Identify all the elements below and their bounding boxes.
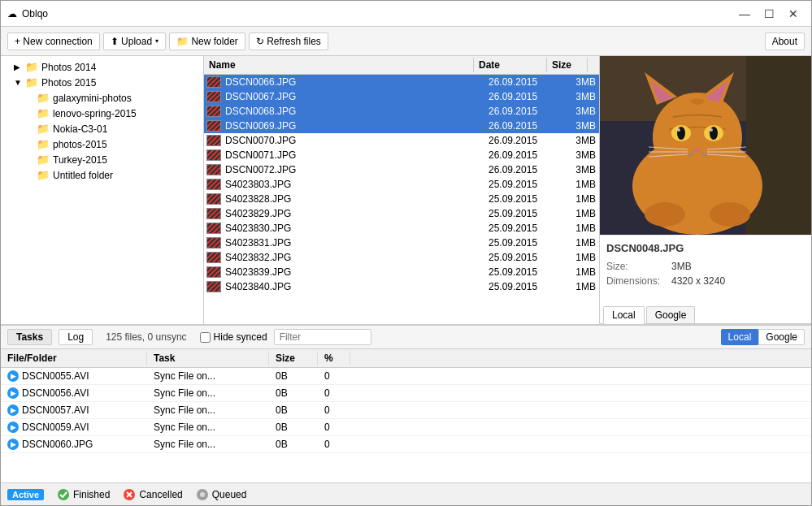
hide-synced-label: Hide synced [214,331,267,343]
column-header-date[interactable]: Date [474,58,547,72]
close-button[interactable]: ✕ [782,5,805,23]
sidebar-item-photos2014[interactable]: ▶ 📁 Photos 2014 [1,59,203,75]
file-thumbnail [206,280,222,293]
svg-point-24 [58,489,69,500]
file-size: 3MB [558,76,599,88]
folder-icon: 📁 [37,107,50,119]
preview-area: DSCN0048.JPG Size: 3MB Dimensions: 4320 … [600,56,811,324]
minimize-button[interactable]: — [733,5,756,23]
column-header-size[interactable]: Size [547,58,588,72]
tab-tasks[interactable]: Tasks [7,329,52,345]
sidebar-item-nokia[interactable]: 📁 Nokia-C3-01 [1,121,203,136]
task-action: Sync File on... [147,438,269,451]
col-header-file: File/Folder [1,351,147,365]
file-row[interactable]: S4023832.JPG 25.09.2015 1MB [204,250,599,265]
tab-log[interactable]: Log [59,329,93,345]
upload-label: ⬆ Upload [111,36,152,47]
upload-button[interactable]: ⬆ Upload ▾ [103,32,166,50]
file-row[interactable]: DSCN0066.JPG 26.09.2015 3MB [204,75,599,89]
preview-dimensions-label: Dimensions: [606,275,671,287]
task-row[interactable]: ▶ DSCN0055.AVI Sync File on... 0B 0 [1,368,811,385]
sidebar-item-turkey[interactable]: 📁 Turkey-2015 [1,152,203,167]
task-row[interactable]: ▶ DSCN0057.AVI Sync File on... 0B 0 [1,402,811,419]
refresh-button[interactable]: ↻ Refresh files [249,32,328,50]
tab-local[interactable]: Local [603,306,645,324]
hide-synced-checkbox[interactable] [200,332,211,343]
sidebar-item-photos2015sub[interactable]: 📁 photos-2015 [1,136,203,152]
file-row[interactable]: DSCN0071.JPG 26.09.2015 3MB [204,148,599,162]
task-action: Sync File on... [147,387,269,400]
about-button[interactable]: About [765,32,805,50]
filter-input[interactable] [274,329,371,345]
status-queued-label: Queued [212,489,247,500]
task-toolbar: Tasks Log 125 files, 0 unsync Hide synce… [1,326,811,349]
task-filename: DSCN0055.AVI [22,370,89,382]
svg-point-27 [200,492,205,497]
svg-point-23 [710,202,750,227]
cancelled-icon [123,488,136,501]
expand-icon: ▶ [14,63,25,71]
sidebar-item-lenovo[interactable]: 📁 lenovo-spring-2015 [1,106,203,121]
file-thumbnail [206,163,222,176]
preview-tabs: Local Google [600,303,811,324]
expand-icon: ▼ [14,78,25,87]
title-bar-left: ☁ Oblqo [7,8,48,19]
view-google-button[interactable]: Google [758,329,805,345]
file-name: DSCN0071.JPG [224,149,485,161]
file-row[interactable]: S4023830.JPG 25.09.2015 1MB [204,221,599,236]
sidebar-item-label: Photos 2014 [41,62,96,73]
task-row[interactable]: ▶ DSCN0060.JPG Sync File on... 0B 0 [1,436,811,453]
file-row[interactable]: DSCN0069.JPG 26.09.2015 3MB [204,119,599,133]
file-thumbnail [206,134,222,147]
file-row[interactable]: S4023831.JPG 25.09.2015 1MB [204,236,599,250]
file-name: DSCN0070.JPG [224,135,485,146]
file-row[interactable]: DSCN0072.JPG 26.09.2015 3MB [204,162,599,177]
maximize-button[interactable]: ☐ [758,5,780,23]
sidebar-item-photos2015[interactable]: ▼ 📁 Photos 2015 [1,75,203,90]
new-connection-button[interactable]: + New connection [7,32,100,50]
task-file: ▶ DSCN0056.AVI [1,387,147,400]
task-row[interactable]: ▶ DSCN0059.AVI Sync File on... 0B 0 [1,419,811,436]
file-name: S4023832.JPG [224,252,485,263]
file-size: 3MB [558,135,599,146]
tab-google[interactable]: Google [646,306,696,323]
preview-size-value: 3MB [671,261,692,272]
sync-icon: ▶ [7,387,19,399]
new-folder-button[interactable]: 📁 New folder [169,32,245,50]
file-name: DSCN0067.JPG [224,91,485,102]
file-row[interactable]: S4023828.JPG 25.09.2015 1MB [204,192,599,206]
file-name: DSCN0069.JPG [224,120,485,132]
file-date: 26.09.2015 [485,106,558,117]
title-bar: ☁ Oblqo — ☐ ✕ [1,1,811,27]
file-row[interactable]: S4023803.JPG 25.09.2015 1MB [204,177,599,192]
sidebar-item-untitled[interactable]: 📁 Untitled folder [1,167,203,183]
file-row[interactable]: DSCN0067.JPG 26.09.2015 3MB [204,89,599,104]
svg-point-13 [677,128,680,132]
file-thumbnail [206,90,222,103]
task-action: Sync File on... [147,421,269,434]
preview-info: DSCN0048.JPG Size: 3MB Dimensions: 4320 … [600,235,811,303]
folder-icon: 📁 [37,154,50,166]
file-row[interactable]: S4023839.JPG 25.09.2015 1MB [204,265,599,279]
sync-icon: ▶ [7,439,19,450]
column-header-name[interactable]: Name [204,58,474,72]
file-row[interactable]: DSCN0070.JPG 26.09.2015 3MB [204,133,599,148]
file-row[interactable]: S4023840.JPG 25.09.2015 1MB [204,279,599,294]
task-size: 0B [269,421,318,434]
col-header-size: Size [269,351,318,365]
task-table: File/Folder Task Size % ▶ DSCN0055.AVI S… [1,349,811,482]
file-name: S4023831.JPG [224,237,485,249]
sidebar-item-galaxymini[interactable]: 📁 galaxymini-photos [1,90,203,106]
file-name: S4023840.JPG [224,281,485,292]
folder-icon: 📁 [37,169,50,181]
sync-icon: ▶ [7,422,19,433]
status-finished-label: Finished [73,489,110,500]
app-title: Oblqo [22,8,48,19]
task-row[interactable]: ▶ DSCN0056.AVI Sync File on... 0B 0 [1,385,811,402]
file-row[interactable]: S4023829.JPG 25.09.2015 1MB [204,206,599,221]
svg-point-14 [710,128,713,132]
col-header-task: Task [147,351,269,365]
task-pct: 0 [318,370,350,383]
view-local-button[interactable]: Local [721,329,759,345]
file-row[interactable]: DSCN0068.JPG 26.09.2015 3MB [204,104,599,119]
